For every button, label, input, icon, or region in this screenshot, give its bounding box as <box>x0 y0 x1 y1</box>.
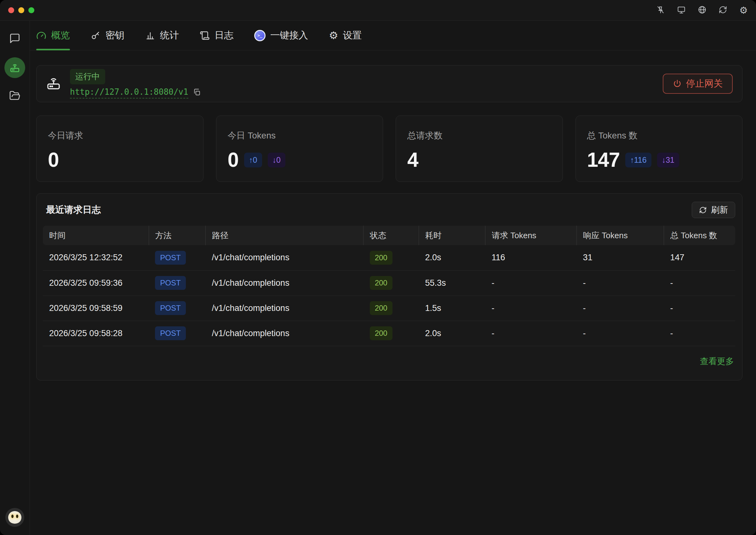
scroll-icon <box>200 31 210 41</box>
cell-path: /v1/chat/completions <box>206 270 364 296</box>
cell-request-tokens: - <box>485 270 576 296</box>
sidebar-item-chat[interactable] <box>9 33 20 45</box>
titlebar: ⚙ <box>0 0 756 21</box>
cell-time: 2026/3/25 09:59:36 <box>43 270 149 296</box>
method-badge: POST <box>155 301 186 315</box>
cell-total-tokens: - <box>664 321 735 346</box>
tab-quick-connect[interactable]: 一键接入 <box>254 21 308 50</box>
cell-time: 2026/3/25 12:32:52 <box>43 245 149 270</box>
table-row[interactable]: 2026/3/25 09:58:28 POST /v1/chat/complet… <box>43 321 735 346</box>
sidebar-item-files[interactable] <box>9 90 20 102</box>
cell-response-tokens: - <box>577 270 664 296</box>
table-header-row: 时间 方法 路径 状态 耗时 请求 Tokens 响应 Tokens 总 Tok… <box>43 226 735 245</box>
input-tokens-badge: ↑0 <box>244 153 262 167</box>
cell-request-tokens: - <box>485 296 576 321</box>
titlebar-actions: ⚙ <box>656 5 748 15</box>
main-content: 运行中 http://127.0.0.1:8080/v1 停止网关 今日 <box>30 50 756 535</box>
status-code-badge: 200 <box>370 251 392 265</box>
tab-keys-label: 密钥 <box>106 29 124 42</box>
zoom-window-button[interactable] <box>28 7 34 13</box>
avatar[interactable] <box>5 508 24 527</box>
stat-value: 0 <box>228 150 239 170</box>
router-icon <box>10 62 20 73</box>
cell-path: /v1/chat/completions <box>206 296 364 321</box>
refresh-button[interactable]: 刷新 <box>692 202 735 218</box>
input-tokens-badge: ↑116 <box>625 153 651 167</box>
tab-settings-label: 设置 <box>343 29 362 42</box>
status-code-badge: 200 <box>370 326 392 340</box>
tab-quick-connect-label: 一键接入 <box>270 29 308 42</box>
col-status: 状态 <box>364 226 419 245</box>
cell-request-tokens: - <box>485 321 576 346</box>
cell-total-tokens: - <box>664 296 735 321</box>
settings-gear-icon[interactable]: ⚙ <box>739 6 748 15</box>
minimize-window-button[interactable] <box>18 7 24 13</box>
tab-overview-label: 概览 <box>51 29 70 42</box>
cell-request-tokens: 116 <box>485 245 576 270</box>
copy-icon[interactable] <box>193 88 201 98</box>
col-path: 路径 <box>206 226 364 245</box>
table-row[interactable]: 2026/3/25 12:32:52 POST /v1/chat/complet… <box>43 245 735 270</box>
power-icon <box>673 79 682 88</box>
tab-stats[interactable]: 统计 <box>145 21 179 50</box>
cell-total-tokens: 147 <box>664 245 735 270</box>
stat-value: 0 <box>48 150 59 170</box>
key-icon <box>91 31 101 41</box>
bar-chart-icon <box>145 31 155 41</box>
tab-logs[interactable]: 日志 <box>200 21 233 50</box>
chat-icon <box>9 33 20 44</box>
cell-total-tokens: - <box>664 270 735 296</box>
stats-row: 今日请求 0 今日 Tokens 0 ↑0 ↓0 总请求数 4 <box>36 116 742 182</box>
refresh-label: 刷新 <box>711 204 728 215</box>
monitor-icon[interactable] <box>677 5 686 15</box>
app-window: ⚙ 概览 密钥 <box>0 0 756 535</box>
tab-keys[interactable]: 密钥 <box>91 21 124 50</box>
pin-off-icon[interactable] <box>656 5 665 15</box>
cell-duration: 2.0s <box>419 245 485 270</box>
stat-value: 147 <box>587 150 620 170</box>
output-tokens-badge: ↓0 <box>268 153 286 167</box>
logs-title: 最近请求日志 <box>46 204 101 216</box>
col-duration: 耗时 <box>419 226 485 245</box>
method-badge: POST <box>155 251 186 265</box>
mascot-icon <box>8 511 21 524</box>
gateway-status-card: 运行中 http://127.0.0.1:8080/v1 停止网关 <box>36 65 742 102</box>
refresh-icon[interactable] <box>718 5 727 15</box>
refresh-icon <box>699 206 707 214</box>
cell-response-tokens: - <box>577 321 664 346</box>
table-row[interactable]: 2026/3/25 09:58:59 POST /v1/chat/complet… <box>43 296 735 321</box>
sidebar-item-gateway[interactable] <box>4 57 25 78</box>
col-method: 方法 <box>149 226 205 245</box>
stat-card-today-tokens: 今日 Tokens 0 ↑0 ↓0 <box>216 116 383 182</box>
cell-time: 2026/3/25 09:58:59 <box>43 296 149 321</box>
status-code-badge: 200 <box>370 276 392 290</box>
gear-icon: ⚙ <box>329 30 338 41</box>
globe-icon[interactable] <box>698 5 707 15</box>
gateway-url-link[interactable]: http://127.0.0.1:8080/v1 <box>70 87 188 99</box>
stop-gateway-button[interactable]: 停止网关 <box>663 74 733 94</box>
sidebar <box>0 21 30 535</box>
stat-label: 总 Tokens 数 <box>587 130 731 142</box>
cell-time: 2026/3/25 09:58:28 <box>43 321 149 346</box>
stat-card-total-tokens: 总 Tokens 数 147 ↑116 ↓31 <box>576 116 743 182</box>
status-code-badge: 200 <box>370 301 392 315</box>
cell-response-tokens: - <box>577 296 664 321</box>
tab-overview[interactable]: 概览 <box>36 21 70 50</box>
traffic-lights <box>8 7 34 13</box>
tab-logs-label: 日志 <box>215 29 233 42</box>
stop-gateway-label: 停止网关 <box>686 77 723 90</box>
table-row[interactable]: 2026/3/25 09:59:36 POST /v1/chat/complet… <box>43 270 735 296</box>
gauge-icon <box>36 31 46 41</box>
stat-card-today-requests: 今日请求 0 <box>36 116 203 182</box>
tab-settings[interactable]: ⚙ 设置 <box>329 21 362 50</box>
col-time: 时间 <box>43 226 149 245</box>
status-badge: 运行中 <box>70 69 105 84</box>
close-window-button[interactable] <box>8 7 14 13</box>
col-total-tokens: 总 Tokens 数 <box>664 226 735 245</box>
view-more-link[interactable]: 查看更多 <box>700 356 734 366</box>
cell-response-tokens: 31 <box>577 245 664 270</box>
cell-path: /v1/chat/completions <box>206 245 364 270</box>
col-request-tokens: 请求 Tokens <box>485 226 576 245</box>
stat-label: 今日请求 <box>48 130 192 142</box>
cell-duration: 55.3s <box>419 270 485 296</box>
